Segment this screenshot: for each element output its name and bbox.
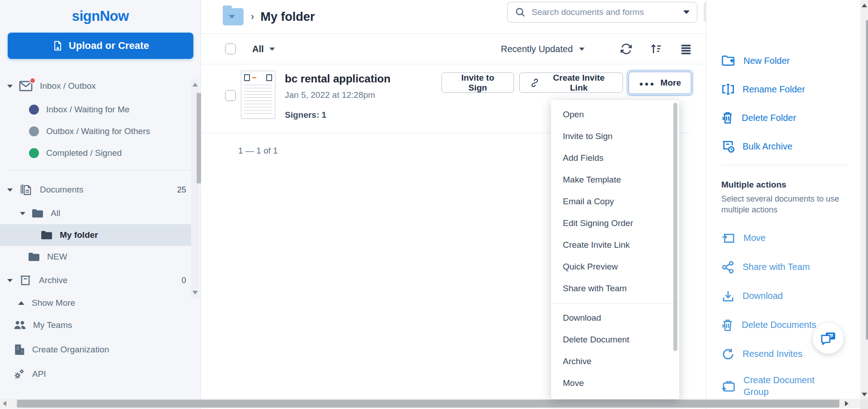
- ellipsis-icon: ●●●: [639, 80, 655, 87]
- menu-item-email-a-copy[interactable]: Email a Copy: [551, 191, 679, 212]
- chevron-down-icon: [579, 48, 585, 51]
- sidebar-divider: [7, 170, 193, 171]
- delete-folder-action[interactable]: Delete Folder: [706, 106, 860, 130]
- documents-stack-icon: [19, 183, 33, 197]
- collapse-caret-icon[interactable]: [7, 85, 13, 88]
- bulk-archive-action[interactable]: Bulk Archive: [706, 135, 860, 158]
- document-checkbox[interactable]: [225, 90, 236, 101]
- collapse-caret-icon[interactable]: [20, 212, 25, 215]
- folder-actions-panel: New Folder Rename Folder Delete Folder: [706, 0, 860, 409]
- create-invite-link-button[interactable]: Create Invite Link: [519, 72, 623, 93]
- menu-item-open[interactable]: Open: [551, 104, 679, 125]
- sidebar-item-api[interactable]: API: [0, 362, 201, 386]
- gears-icon: [14, 368, 25, 380]
- menu-item-make-template[interactable]: Make Template: [551, 169, 679, 191]
- create-document-group-action[interactable]: Create Document Group: [706, 371, 860, 400]
- vertical-scrollbar[interactable]: [860, 0, 868, 399]
- folder-icon: [32, 208, 43, 218]
- chevron-down-icon: [269, 48, 275, 51]
- notification-dot: [29, 77, 36, 84]
- move-folder-icon: [721, 232, 736, 245]
- scroll-left-arrow-icon[interactable]: [3, 401, 6, 406]
- document-plus-icon: [52, 40, 63, 51]
- sidebar-item-create-organization[interactable]: Create Organization: [0, 337, 201, 362]
- sidebar-item-documents[interactable]: Documents 25: [0, 177, 201, 202]
- sidebar-item-inbox-outbox[interactable]: Inbox / Outbox: [0, 73, 201, 99]
- archive-icon: [19, 274, 32, 286]
- chevron-up-icon: [18, 301, 24, 305]
- invite-to-sign-button[interactable]: Invite to Sign: [441, 72, 514, 93]
- menu-item-archive[interactable]: Archive: [551, 351, 679, 372]
- briefcase-plus-icon: [721, 379, 736, 393]
- scroll-down-arrow-icon[interactable]: [862, 393, 867, 396]
- collapse-caret-icon[interactable]: [7, 188, 13, 192]
- teams-icon: [14, 320, 26, 331]
- horizontal-scrollbar[interactable]: [0, 399, 860, 408]
- list-view-icon[interactable]: [680, 43, 692, 55]
- menu-item-share-with-team[interactable]: Share with Team: [551, 278, 679, 299]
- rename-folder-action[interactable]: Rename Folder: [706, 77, 860, 101]
- sidebar-scrollbar[interactable]: [191, 79, 199, 298]
- more-actions-menu: Open Invite to Sign Add Fields Make Temp…: [551, 100, 679, 399]
- sidebar: signNow Upload or Create Inbox / Outbox …: [0, 0, 201, 409]
- share-with-team-action[interactable]: Share with Team: [706, 255, 860, 279]
- filter-dropdown[interactable]: All: [252, 44, 275, 54]
- more-actions-button[interactable]: ●●● More: [628, 72, 691, 94]
- scroll-up-arrow-icon[interactable]: [862, 4, 867, 7]
- select-all-checkbox[interactable]: [225, 43, 236, 54]
- completed-status-dot: [29, 148, 39, 158]
- move-action[interactable]: Move: [706, 226, 860, 250]
- menu-item-create-invite-link[interactable]: Create Invite Link: [551, 234, 679, 256]
- menu-item-download[interactable]: Download: [551, 307, 679, 329]
- menu-item-add-fields[interactable]: Add Fields: [551, 147, 679, 169]
- chat-widget-button[interactable]: [813, 323, 844, 354]
- document-signers: Signers: 1: [285, 110, 390, 120]
- search-icon: [515, 7, 526, 18]
- document-actions: Invite to Sign Create Invite Link ●●● Mo…: [441, 72, 691, 94]
- sidebar-item-outbox-waiting-for-others[interactable]: Outbox / Waiting for Others: [0, 120, 201, 142]
- search-bar[interactable]: [507, 2, 697, 23]
- sort-dropdown[interactable]: Recently Updated: [501, 44, 585, 54]
- menu-item-quick-preview[interactable]: Quick Preview: [551, 256, 679, 278]
- folder-tree: Inbox / Outbox Inbox / Waiting for Me Ou…: [0, 73, 201, 293]
- sort-order-icon[interactable]: [650, 43, 662, 55]
- document-title[interactable]: bc rental application: [285, 72, 390, 85]
- new-folder-action[interactable]: New Folder: [706, 49, 860, 72]
- list-toolbar: All Recently Updated: [201, 34, 706, 64]
- multiple-actions-description: Select several documents to use multiple…: [706, 190, 860, 216]
- download-icon: [721, 289, 735, 303]
- scroll-down-arrow-icon[interactable]: [192, 291, 198, 294]
- sidebar-item-all-folder[interactable]: All: [0, 202, 201, 224]
- envelope-icon: [19, 80, 33, 92]
- sidebar-item-archive[interactable]: Archive 0: [0, 268, 201, 293]
- menu-item-invite-to-sign[interactable]: Invite to Sign: [551, 125, 679, 147]
- trash-icon: [721, 111, 734, 125]
- show-more-toggle[interactable]: Show More: [0, 293, 201, 313]
- sidebar-item-new-folder[interactable]: NEW: [0, 246, 201, 268]
- scroll-up-arrow-icon[interactable]: [192, 83, 198, 87]
- sidebar-item-completed-signed[interactable]: Completed / Signed: [0, 142, 201, 164]
- inbox-status-dot: [29, 105, 39, 115]
- sidebar-item-inbox-waiting-for-me[interactable]: Inbox / Waiting for Me: [0, 99, 201, 120]
- multiple-actions-list: Move Share with Team Download: [706, 216, 860, 400]
- folder-plus-icon: [721, 54, 736, 67]
- download-action[interactable]: Download: [706, 284, 860, 308]
- sidebar-item-my-teams[interactable]: My Teams: [0, 313, 201, 337]
- sidebar-links: My Teams Create Organization: [0, 313, 201, 386]
- organization-building-icon: [14, 344, 25, 356]
- scroll-right-arrow-icon[interactable]: [845, 401, 849, 406]
- horizontal-scrollbar-thumb[interactable]: [17, 399, 839, 408]
- collapse-caret-icon[interactable]: [7, 279, 13, 282]
- search-input[interactable]: [532, 7, 677, 17]
- document-thumbnail[interactable]: [241, 71, 275, 119]
- vertical-scrollbar-thumb[interactable]: [866, 20, 868, 340]
- menu-scrollbar-thumb[interactable]: [673, 103, 677, 351]
- breadcrumb-folder-icon[interactable]: [223, 8, 244, 25]
- refresh-icon[interactable]: [620, 43, 633, 55]
- menu-item-move[interactable]: Move: [551, 372, 679, 394]
- menu-item-delete-document[interactable]: Delete Document: [551, 329, 679, 351]
- sidebar-item-my-folder[interactable]: My folder: [0, 224, 191, 246]
- upload-or-create-button[interactable]: Upload or Create: [8, 33, 193, 59]
- menu-item-edit-signing-order[interactable]: Edit Signing Order: [551, 212, 679, 234]
- search-dropdown-caret-icon[interactable]: [683, 10, 690, 14]
